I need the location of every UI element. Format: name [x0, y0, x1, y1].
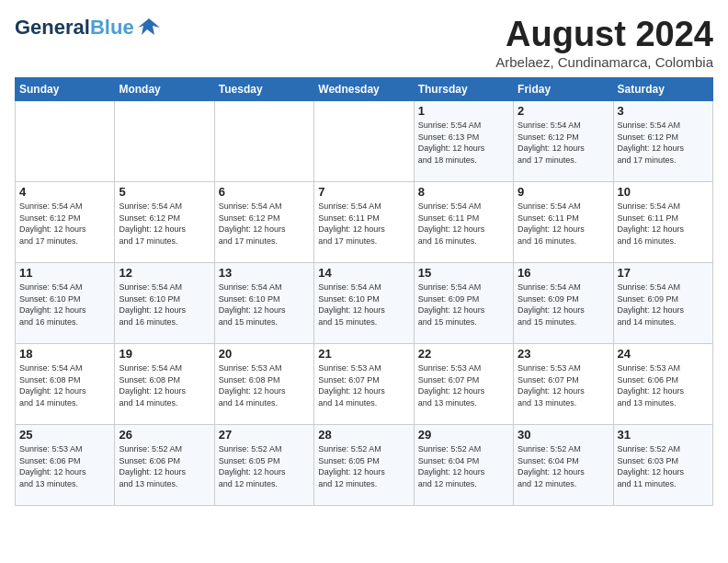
cell-content: Sunrise: 5:53 AM Sunset: 6:06 PM Dayligh…	[618, 362, 709, 408]
calendar-week-4: 18Sunrise: 5:54 AM Sunset: 6:08 PM Dayli…	[16, 344, 713, 425]
logo-bird-icon	[136, 15, 162, 40]
calendar-cell: 2Sunrise: 5:54 AM Sunset: 6:12 PM Daylig…	[514, 101, 613, 182]
calendar-cell: 3Sunrise: 5:54 AM Sunset: 6:12 PM Daylig…	[613, 101, 712, 182]
cell-content: Sunrise: 5:52 AM Sunset: 6:06 PM Dayligh…	[119, 443, 210, 489]
day-number: 14	[318, 266, 409, 280]
calendar-cell: 31Sunrise: 5:52 AM Sunset: 6:03 PM Dayli…	[613, 425, 712, 506]
day-number: 29	[418, 428, 509, 442]
cell-content: Sunrise: 5:54 AM Sunset: 6:09 PM Dayligh…	[618, 282, 709, 327]
day-number: 12	[119, 266, 210, 280]
calendar-cell: 14Sunrise: 5:54 AM Sunset: 6:10 PM Dayli…	[314, 263, 414, 344]
day-number: 4	[19, 185, 110, 199]
day-number: 2	[518, 104, 609, 118]
day-number: 28	[318, 428, 409, 442]
calendar-cell: 24Sunrise: 5:53 AM Sunset: 6:06 PM Dayli…	[613, 344, 712, 425]
cell-content: Sunrise: 5:54 AM Sunset: 6:13 PM Dayligh…	[418, 120, 509, 166]
day-number: 26	[119, 428, 210, 442]
calendar-week-1: 1Sunrise: 5:54 AM Sunset: 6:13 PM Daylig…	[16, 101, 713, 182]
calendar-cell: 22Sunrise: 5:53 AM Sunset: 6:07 PM Dayli…	[414, 344, 513, 425]
calendar-cell	[16, 101, 115, 182]
calendar-cell: 7Sunrise: 5:54 AM Sunset: 6:11 PM Daylig…	[314, 182, 414, 263]
cell-content: Sunrise: 5:54 AM Sunset: 6:10 PM Dayligh…	[19, 282, 110, 327]
day-number: 5	[119, 185, 210, 199]
day-number: 11	[19, 266, 110, 280]
day-number: 3	[618, 104, 709, 118]
cell-content: Sunrise: 5:54 AM Sunset: 6:09 PM Dayligh…	[418, 282, 509, 327]
calendar-cell: 6Sunrise: 5:54 AM Sunset: 6:12 PM Daylig…	[214, 182, 313, 263]
day-number: 7	[318, 185, 409, 199]
day-number: 16	[518, 266, 609, 280]
calendar-cell: 4Sunrise: 5:54 AM Sunset: 6:12 PM Daylig…	[16, 182, 115, 263]
cell-content: Sunrise: 5:52 AM Sunset: 6:03 PM Dayligh…	[618, 443, 709, 489]
logo-text: GeneralBlue	[15, 17, 134, 38]
calendar-cell: 13Sunrise: 5:54 AM Sunset: 6:10 PM Dayli…	[214, 263, 313, 344]
col-header-wednesday: Wednesday	[314, 78, 414, 101]
day-number: 10	[618, 185, 709, 199]
col-header-saturday: Saturday	[613, 78, 712, 101]
cell-content: Sunrise: 5:54 AM Sunset: 6:12 PM Dayligh…	[618, 120, 709, 166]
day-number: 6	[219, 185, 310, 199]
day-number: 17	[618, 266, 709, 280]
day-number: 25	[19, 428, 110, 442]
cell-content: Sunrise: 5:54 AM Sunset: 6:12 PM Dayligh…	[19, 201, 110, 247]
cell-content: Sunrise: 5:54 AM Sunset: 6:08 PM Dayligh…	[19, 362, 110, 408]
calendar-cell: 17Sunrise: 5:54 AM Sunset: 6:09 PM Dayli…	[613, 263, 712, 344]
cell-content: Sunrise: 5:54 AM Sunset: 6:09 PM Dayligh…	[518, 282, 609, 327]
calendar-cell: 25Sunrise: 5:53 AM Sunset: 6:06 PM Dayli…	[16, 425, 115, 506]
day-number: 21	[318, 347, 409, 361]
calendar-cell: 10Sunrise: 5:54 AM Sunset: 6:11 PM Dayli…	[613, 182, 712, 263]
day-number: 13	[219, 266, 310, 280]
cell-content: Sunrise: 5:52 AM Sunset: 6:05 PM Dayligh…	[318, 443, 409, 489]
calendar-week-5: 25Sunrise: 5:53 AM Sunset: 6:06 PM Dayli…	[16, 425, 713, 506]
day-number: 15	[418, 266, 509, 280]
col-header-tuesday: Tuesday	[214, 78, 313, 101]
svg-marker-0	[138, 18, 160, 35]
col-header-monday: Monday	[115, 78, 214, 101]
calendar-cell	[115, 101, 214, 182]
cell-content: Sunrise: 5:54 AM Sunset: 6:12 PM Dayligh…	[518, 120, 609, 166]
calendar-cell: 15Sunrise: 5:54 AM Sunset: 6:09 PM Dayli…	[414, 263, 513, 344]
calendar-cell: 23Sunrise: 5:53 AM Sunset: 6:07 PM Dayli…	[514, 344, 613, 425]
day-number: 18	[19, 347, 110, 361]
calendar-cell: 9Sunrise: 5:54 AM Sunset: 6:11 PM Daylig…	[514, 182, 613, 263]
cell-content: Sunrise: 5:52 AM Sunset: 6:04 PM Dayligh…	[518, 443, 609, 489]
calendar-cell: 29Sunrise: 5:52 AM Sunset: 6:04 PM Dayli…	[414, 425, 513, 506]
calendar-cell: 16Sunrise: 5:54 AM Sunset: 6:09 PM Dayli…	[514, 263, 613, 344]
col-header-sunday: Sunday	[16, 78, 115, 101]
col-header-friday: Friday	[514, 78, 613, 101]
cell-content: Sunrise: 5:54 AM Sunset: 6:08 PM Dayligh…	[119, 362, 210, 408]
calendar-cell	[314, 101, 414, 182]
calendar-cell: 8Sunrise: 5:54 AM Sunset: 6:11 PM Daylig…	[414, 182, 513, 263]
cell-content: Sunrise: 5:54 AM Sunset: 6:12 PM Dayligh…	[219, 201, 310, 247]
cell-content: Sunrise: 5:52 AM Sunset: 6:04 PM Dayligh…	[418, 443, 509, 489]
day-number: 23	[518, 347, 609, 361]
calendar-header-row: SundayMondayTuesdayWednesdayThursdayFrid…	[16, 78, 713, 101]
cell-content: Sunrise: 5:54 AM Sunset: 6:11 PM Dayligh…	[618, 201, 709, 247]
calendar-cell: 30Sunrise: 5:52 AM Sunset: 6:04 PM Dayli…	[514, 425, 613, 506]
cell-content: Sunrise: 5:54 AM Sunset: 6:11 PM Dayligh…	[418, 201, 509, 247]
calendar-cell: 11Sunrise: 5:54 AM Sunset: 6:10 PM Dayli…	[16, 263, 115, 344]
calendar-cell: 1Sunrise: 5:54 AM Sunset: 6:13 PM Daylig…	[414, 101, 513, 182]
calendar-cell	[214, 101, 313, 182]
day-number: 19	[119, 347, 210, 361]
cell-content: Sunrise: 5:54 AM Sunset: 6:11 PM Dayligh…	[518, 201, 609, 247]
day-number: 24	[618, 347, 709, 361]
calendar-cell: 21Sunrise: 5:53 AM Sunset: 6:07 PM Dayli…	[314, 344, 414, 425]
day-number: 27	[219, 428, 310, 442]
cell-content: Sunrise: 5:52 AM Sunset: 6:05 PM Dayligh…	[219, 443, 310, 489]
calendar-cell: 20Sunrise: 5:53 AM Sunset: 6:08 PM Dayli…	[214, 344, 313, 425]
cell-content: Sunrise: 5:53 AM Sunset: 6:07 PM Dayligh…	[318, 362, 409, 408]
col-header-thursday: Thursday	[414, 78, 513, 101]
cell-content: Sunrise: 5:54 AM Sunset: 6:10 PM Dayligh…	[219, 282, 310, 327]
day-number: 1	[418, 104, 509, 118]
month-title: August 2024	[495, 15, 713, 54]
day-number: 9	[518, 185, 609, 199]
day-number: 22	[418, 347, 509, 361]
calendar-cell: 19Sunrise: 5:54 AM Sunset: 6:08 PM Dayli…	[115, 344, 214, 425]
page-header: GeneralBlue August 2024 Arbelaez, Cundin…	[15, 15, 713, 70]
calendar-cell: 28Sunrise: 5:52 AM Sunset: 6:05 PM Dayli…	[314, 425, 414, 506]
cell-content: Sunrise: 5:53 AM Sunset: 6:07 PM Dayligh…	[418, 362, 509, 408]
cell-content: Sunrise: 5:54 AM Sunset: 6:12 PM Dayligh…	[119, 201, 210, 247]
day-number: 31	[618, 428, 709, 442]
logo: GeneralBlue	[15, 15, 162, 40]
